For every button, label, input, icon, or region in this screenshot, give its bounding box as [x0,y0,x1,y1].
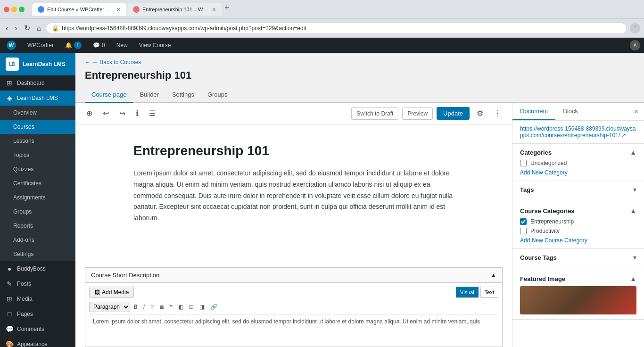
tab-course-page[interactable]: Course page [85,87,133,103]
link-button[interactable]: 🔗 [208,302,220,312]
back-to-courses-link[interactable]: ← ← Back to Courses [85,59,141,66]
tab-builder[interactable]: Builder [133,87,165,103]
featured-image-preview[interactable] [520,286,636,314]
sidebar-label-media: Media [17,296,33,302]
sidebar-item-posts[interactable]: ✎ Posts [0,276,75,291]
align-center-button[interactable]: ⊟ [187,302,196,312]
doc-tab-block[interactable]: Block [555,103,586,120]
new-tab-button[interactable]: + [223,3,231,16]
tab-close-1[interactable]: × [117,6,121,13]
permalink-link[interactable]: https://wordpress-156488-889399.cloudway… [520,125,636,139]
sidebar-item-buddyboss[interactable]: ● BuddyBoss [0,261,75,276]
update-button[interactable]: Update [437,107,470,120]
tab-close-2[interactable]: × [212,6,216,13]
sidebar-item-certificates[interactable]: Certificates [0,176,75,190]
post-body[interactable]: Lorem ipsum dolor sit amet, consectetur … [133,168,454,224]
course-category-entrepreneurship-checkbox[interactable] [520,218,527,225]
more-options-button[interactable]: ⋮ [490,107,504,120]
add-block-button[interactable]: ⊕ [83,107,96,120]
paragraph-select[interactable]: Paragraph [89,302,130,312]
window-minimize-btn[interactable] [11,7,17,12]
sidebar-item-assignments[interactable]: Assignments [0,190,75,205]
course-categories-header[interactable]: Course Categories ▲ [520,207,636,215]
sidebar-label-posts: Posts [17,281,31,287]
tags-toggle-icon: ▾ [633,186,636,193]
info-button[interactable]: ℹ [132,107,142,120]
sidebar-item-lessons[interactable]: Lessons [0,134,75,148]
tags-header[interactable]: Tags ▾ [520,186,636,193]
sidebar-item-dashboard[interactable]: ⊞ Dashboard [0,75,75,91]
short-description-header[interactable]: Course Short Description ▲ [85,268,502,283]
window-maximize-btn[interactable] [19,7,25,12]
add-new-category-link[interactable]: Add New Category [520,169,636,176]
page-title: Entrepreneurship 101 [85,69,635,82]
sidebar-item-quizzes[interactable]: Quizzes [0,162,75,176]
align-right-button[interactable]: ◨ [197,302,207,312]
tab-settings[interactable]: Settings [165,87,201,103]
sidebar-item-pages[interactable]: □ Pages [0,306,75,322]
italic-button[interactable]: I [141,302,147,312]
sidebar-item-settings[interactable]: Settings [0,247,75,261]
undo-button[interactable]: ↩ [99,107,112,120]
sidebar-item-media[interactable]: ⊞ Media [0,291,75,306]
unordered-list-button[interactable]: ≣ [157,302,166,312]
post-title[interactable]: Entrepreneurship 101 [133,143,454,158]
featured-image-section: Featured Image ▲ [512,270,644,320]
sidebar-item-learndash[interactable]: ◈ LearnDash LMS [0,91,75,106]
bold-button[interactable]: B [131,302,140,312]
featured-image-header[interactable]: Featured Image ▲ [520,275,636,282]
categories-toggle-icon: ▲ [630,149,636,156]
course-category-entrepreneurship: Entrepreneurship [520,218,636,225]
category-uncategorized-checkbox[interactable] [520,160,527,166]
sidebar-item-groups[interactable]: Groups [0,205,75,219]
course-category-productivity-checkbox[interactable] [520,228,527,234]
wp-notifications[interactable]: 🔔 1 [62,38,84,53]
redo-button[interactable]: ↪ [116,107,129,120]
categories-header[interactable]: Categories ▲ [520,149,636,156]
forward-button[interactable]: › [13,22,19,34]
add-media-button[interactable]: 🖼 Add Media [89,287,134,298]
switch-to-draft-button[interactable]: Switch to Draft [351,107,398,120]
tab-favicon-1 [38,6,44,13]
preview-button[interactable]: Preview [402,107,433,120]
blockquote-button[interactable]: ❝ [167,302,175,312]
extensions-icon[interactable]: ⋮ [630,23,640,33]
tab-groups[interactable]: Groups [201,87,234,103]
back-button[interactable]: ‹ [4,22,10,34]
window-close-btn[interactable] [4,7,9,12]
list-view-button[interactable]: ☰ [146,107,159,120]
editor-canvas[interactable]: Entrepreneurship 101 Lorem ipsum dolor s… [105,124,482,267]
text-tab[interactable]: Text [480,287,498,297]
browser-tab-inactive[interactable]: Entrepreneurship 101 – WPCraft... × [127,3,222,16]
add-new-course-category-link[interactable]: Add New Course Category [520,237,636,244]
address-bar[interactable]: 🔒 https://wordpress-156488-889399.cloudw… [46,23,627,34]
wp-new-item[interactable]: New [114,38,131,53]
sidebar-item-comments[interactable]: 💬 Comments [0,322,75,337]
sidebar-item-addons[interactable]: Add-ons [0,233,75,247]
sidebar-item-appearance[interactable]: 🎨 Appearance [0,337,75,347]
sidebar-item-courses[interactable]: Courses [0,120,75,134]
sidebar-item-overview[interactable]: Overview [0,106,75,120]
wp-comments[interactable]: 💬 0 [90,38,108,53]
doc-tab-document[interactable]: Document [512,103,555,120]
course-tags-header[interactable]: Course Tags ▾ [520,254,636,261]
wp-site-name[interactable]: WPCrafter [25,38,57,53]
doc-panel-close-button[interactable]: × [628,104,644,120]
user-avatar[interactable]: A [630,40,640,50]
visual-tab[interactable]: Visual [456,287,479,297]
sidebar-brand[interactable]: LD LearnDash LMS [0,53,75,75]
wp-view-course[interactable]: View Course [136,38,174,53]
sidebar-item-reports[interactable]: Reports [0,219,75,233]
visual-text-tabs: Visual Text [456,287,498,298]
course-tags-title: Course Tags [520,254,557,261]
browser-tab-active[interactable]: Edit Course « WPCrafter — Word... × [32,3,126,16]
ordered-list-button[interactable]: ≡ [148,302,156,312]
refresh-button[interactable]: ↻ [22,22,32,34]
wp-logo-item[interactable]: W [4,38,19,53]
sidebar-item-topics[interactable]: Topics [0,148,75,162]
tab-title-2: Entrepreneurship 101 – WPCraft... [142,7,209,12]
home-button[interactable]: ⌂ [35,22,43,34]
settings-toggle-button[interactable]: ⚙ [473,107,487,120]
align-left-button[interactable]: ◧ [176,302,186,312]
short-description-text[interactable]: Lorem ipsum dolor sit amet, consectetur … [89,314,498,343]
